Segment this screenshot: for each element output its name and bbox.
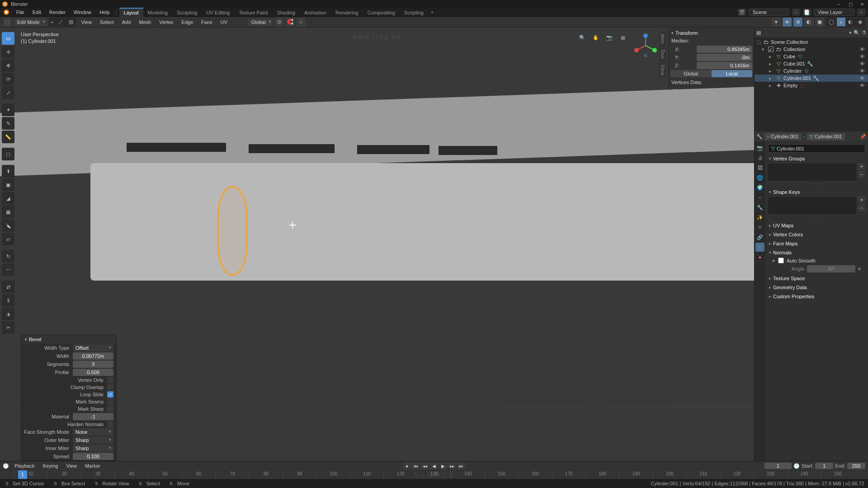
move-tool[interactable]: ✥ bbox=[2, 59, 14, 72]
add-menu[interactable]: Add bbox=[119, 19, 134, 26]
face-strength-dropdown[interactable]: None bbox=[73, 428, 113, 436]
vertex-colors-section[interactable]: ▸Vertex Colors bbox=[768, 230, 865, 239]
outliner-item-cube001[interactable]: ▸▽Cube.001🔧👁 bbox=[755, 60, 868, 67]
tab-modeling[interactable]: Modeling bbox=[143, 8, 173, 17]
remove-shapekey-button[interactable]: − bbox=[858, 204, 865, 211]
edge-slide-tool[interactable]: ⇄ bbox=[2, 281, 14, 293]
eye-icon[interactable]: 👁 bbox=[859, 75, 866, 81]
outliner-editor-icon[interactable]: ▤ bbox=[756, 30, 766, 36]
add-vgroup-button[interactable]: + bbox=[858, 163, 865, 170]
proportional-edit-toggle[interactable]: ○ bbox=[297, 18, 306, 27]
outliner-funnel-icon[interactable]: ⚗ bbox=[862, 30, 866, 36]
face-menu[interactable]: Face bbox=[198, 19, 215, 26]
tab-compositing[interactable]: Compositing bbox=[363, 8, 400, 17]
mesh-data-tab-icon[interactable]: ▽ bbox=[755, 243, 764, 252]
profile-field[interactable]: 0.500 bbox=[73, 369, 113, 376]
inner-miter-dropdown[interactable]: Sharp bbox=[73, 445, 113, 452]
tab-sculpting[interactable]: Sculpting bbox=[172, 8, 202, 17]
orientation-dropdown[interactable]: Global bbox=[248, 19, 273, 26]
lookdev-shading[interactable]: ◐ bbox=[845, 18, 855, 26]
preview-range-icon[interactable]: 🕐 bbox=[793, 463, 800, 469]
scene-name-field[interactable]: Scene bbox=[749, 9, 789, 16]
xray-toggle[interactable]: ▣ bbox=[815, 18, 824, 27]
shape-keys-section[interactable]: ▾Shape Keys bbox=[768, 188, 865, 196]
scale-tool[interactable]: ⤢ bbox=[2, 86, 14, 99]
wireframe-shading[interactable]: ◯ bbox=[826, 18, 837, 26]
tab-layout[interactable]: Layout bbox=[119, 8, 143, 17]
extrude-tool[interactable]: ⬆ bbox=[2, 165, 14, 178]
new-viewlayer-button[interactable]: ▫ bbox=[857, 9, 865, 16]
autokey-toggle[interactable]: ● bbox=[403, 462, 411, 469]
segments-field[interactable]: 3 bbox=[73, 361, 113, 368]
object-crumb[interactable]: ▫Cylinder.001 bbox=[764, 133, 801, 140]
face-maps-section[interactable]: ▸Face Maps bbox=[768, 239, 865, 248]
outliner-item-empty[interactable]: ▸✛Empty⬚👁 bbox=[755, 82, 868, 89]
timeline-ruler[interactable]: 1 10203040506070809010011012013014015016… bbox=[0, 470, 868, 479]
tab-texture-paint[interactable]: Texture Paint bbox=[234, 8, 272, 17]
tab-shading[interactable]: Shading bbox=[273, 8, 300, 17]
inset-tool[interactable]: ▣ bbox=[2, 178, 14, 191]
outliner-item-cube[interactable]: ▸▽Cube▽👁 bbox=[755, 53, 868, 60]
tab-uv-editing[interactable]: UV Editing bbox=[202, 8, 234, 17]
edge-select-mode[interactable]: ／ bbox=[56, 17, 66, 27]
shear-tool[interactable]: ⬗ bbox=[2, 308, 14, 320]
help-menu[interactable]: Help bbox=[96, 9, 113, 16]
scene-link-icon[interactable]: 🎬 bbox=[738, 9, 746, 16]
object-visibility-button[interactable]: 👁 bbox=[783, 18, 792, 27]
keyframe-dot-icon[interactable] bbox=[858, 267, 861, 270]
vertex-select-mode[interactable]: ▪ bbox=[49, 17, 56, 27]
spin-tool[interactable]: ↻ bbox=[2, 250, 14, 263]
collection-node[interactable]: ▾✓🗀Collection👁 bbox=[755, 46, 868, 53]
shrink-fatten-tool[interactable]: ⇕ bbox=[2, 294, 14, 307]
tab-animation[interactable]: Animation bbox=[300, 8, 331, 17]
object-tab-icon[interactable]: ▫ bbox=[755, 193, 764, 202]
pivot-dropdown[interactable]: ⊙ bbox=[275, 18, 284, 27]
window-close-button[interactable]: ✕ bbox=[858, 1, 866, 7]
play-button[interactable]: ▶ bbox=[439, 462, 447, 469]
render-menu[interactable]: Render bbox=[46, 9, 69, 16]
add-workspace-button[interactable]: + bbox=[428, 9, 436, 16]
editor-type-button[interactable]: ⬚ bbox=[3, 18, 12, 27]
edit-menu[interactable]: Edit bbox=[29, 9, 45, 16]
output-tab-icon[interactable]: 🖨 bbox=[755, 153, 764, 162]
loop-slide-checkbox[interactable]: ✓ bbox=[107, 391, 113, 398]
section-drag-icon[interactable]: : : : bbox=[768, 215, 865, 221]
eye-icon[interactable]: 👁 bbox=[859, 47, 866, 52]
mark-seams-checkbox[interactable] bbox=[107, 399, 113, 405]
pin-icon[interactable]: 📌 bbox=[860, 134, 866, 140]
outliner-item-cylinder001[interactable]: ▸▽Cylinder.001🔧👁 bbox=[755, 75, 868, 82]
timeline-view-menu[interactable]: View bbox=[63, 462, 80, 469]
face-select-mode[interactable]: ▧ bbox=[66, 17, 76, 27]
3d-viewport[interactable]: ▭ ✛ ✥ ⟳ ⤢ ✦ ✎ 📏 ▢ ⬆ ▣ ◢ ▦ 🔪 ▱ ↻ 〰 ⇄ ⇕ ⬗ … bbox=[0, 28, 754, 461]
edge-menu[interactable]: Edge bbox=[178, 19, 196, 26]
geometry-data-section[interactable]: ▸Geometry Data bbox=[768, 283, 865, 291]
window-maximize-button[interactable]: ▢ bbox=[846, 1, 854, 7]
keying-menu[interactable]: Keying bbox=[40, 462, 61, 469]
constraint-tab-icon[interactable]: 🔗 bbox=[755, 233, 764, 242]
auto-smooth-checkbox[interactable] bbox=[778, 258, 784, 263]
outliner-search-icon[interactable]: 🔍 bbox=[854, 30, 860, 36]
vertex-menu[interactable]: Vertex bbox=[156, 19, 176, 26]
uv-menu[interactable]: UV bbox=[217, 19, 231, 26]
properties-editor-icon[interactable]: 🔧 bbox=[756, 134, 763, 140]
view-layer-field[interactable]: View Layer bbox=[814, 9, 854, 16]
smooth-tool[interactable]: 〰 bbox=[2, 263, 14, 276]
physics-tab-icon[interactable]: ⚛ bbox=[755, 223, 764, 232]
outliner-filter-icon[interactable]: ▾ bbox=[849, 30, 852, 36]
start-frame-field[interactable]: 1 bbox=[815, 463, 833, 469]
select-box-tool[interactable]: ▭ bbox=[2, 32, 14, 45]
angle-field[interactable]: 30° bbox=[807, 265, 855, 272]
add-shapekey-button[interactable]: + bbox=[858, 196, 865, 203]
select-menu[interactable]: Select bbox=[97, 19, 117, 26]
texture-space-section[interactable]: ▸Texture Space bbox=[768, 274, 865, 282]
remove-vgroup-button[interactable]: − bbox=[858, 171, 865, 178]
vertex-groups-section[interactable]: ▾Vertex Groups bbox=[768, 155, 865, 163]
outer-miter-dropdown[interactable]: Sharp bbox=[73, 436, 113, 444]
rip-tool[interactable]: ✂ bbox=[2, 321, 14, 334]
marker-menu[interactable]: Marker bbox=[82, 462, 103, 469]
scene-tab-icon[interactable]: 🌐 bbox=[755, 173, 764, 182]
width-type-dropdown[interactable]: Offset bbox=[73, 344, 113, 352]
cursor-tool[interactable]: ✛ bbox=[2, 46, 14, 58]
mesh-menu[interactable]: Mesh bbox=[136, 19, 154, 26]
eye-icon[interactable]: 👁 bbox=[859, 61, 866, 66]
